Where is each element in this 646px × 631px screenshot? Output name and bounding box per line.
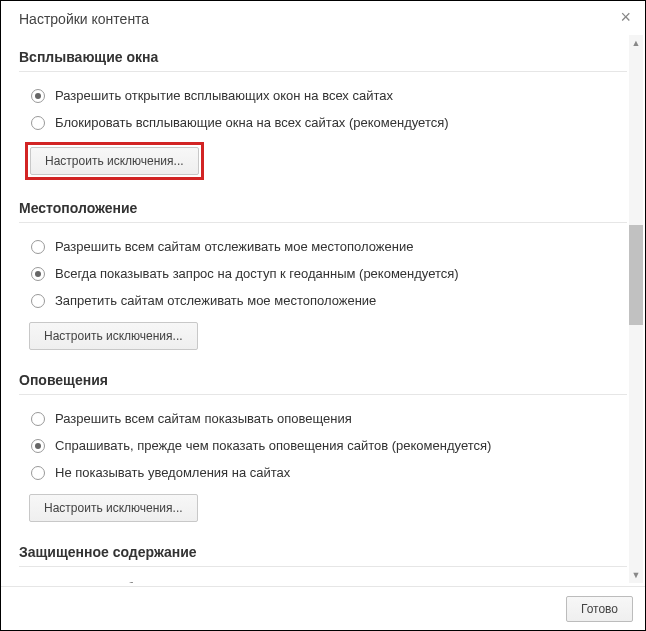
radio-icon [31, 439, 45, 453]
section-title-protected: Защищенное содержание [19, 544, 627, 567]
section-title-notifications: Оповещения [19, 372, 627, 395]
close-icon[interactable]: × [614, 5, 637, 30]
radio-label: Не показывать уведомления на сайтах [55, 465, 290, 480]
radio-notifications-ask[interactable]: Спрашивать, прежде чем показать оповещен… [19, 432, 627, 459]
exceptions-button-notifications[interactable]: Настроить исключения... [29, 494, 198, 522]
section-title-location: Местоположение [19, 200, 627, 223]
radio-popups-allow[interactable]: Разрешить открытие всплывающих окон на в… [19, 82, 627, 109]
section-location: Местоположение Разрешить всем сайтам отс… [19, 200, 627, 358]
settings-scroll-area: Всплывающие окна Разрешить открытие вспл… [1, 35, 645, 583]
radio-label: Запретить сайтам отслеживать мое местопо… [55, 293, 376, 308]
radio-label: Блокировать всплывающие окна на всех сай… [55, 115, 449, 130]
protected-description: Некоторые службы данных используют идент… [19, 577, 627, 583]
scrollbar-track[interactable]: ▲ ▼ [629, 35, 643, 583]
radio-label: Разрешить всем сайтам отслеживать мое ме… [55, 239, 413, 254]
radio-icon [31, 294, 45, 308]
radio-notifications-allow[interactable]: Разрешить всем сайтам показывать оповеще… [19, 405, 627, 432]
section-protected: Защищенное содержание Некоторые службы д… [19, 544, 627, 583]
radio-location-deny[interactable]: Запретить сайтам отслеживать мое местопо… [19, 287, 627, 314]
radio-icon [31, 466, 45, 480]
radio-popups-block[interactable]: Блокировать всплывающие окна на всех сай… [19, 109, 627, 136]
radio-label: Всегда показывать запрос на доступ к гео… [55, 266, 459, 281]
radio-label: Спрашивать, прежде чем показать оповещен… [55, 438, 491, 453]
exceptions-button-location[interactable]: Настроить исключения... [29, 322, 198, 350]
done-button[interactable]: Готово [566, 596, 633, 622]
radio-icon [31, 267, 45, 281]
dialog-footer: Готово [1, 586, 645, 630]
radio-icon [31, 412, 45, 426]
section-title-popups: Всплывающие окна [19, 49, 627, 72]
highlighted-exceptions-popups: Настроить исключения... [25, 142, 204, 180]
section-popups: Всплывающие окна Разрешить открытие вспл… [19, 49, 627, 186]
radio-location-allow[interactable]: Разрешить всем сайтам отслеживать мое ме… [19, 233, 627, 260]
section-notifications: Оповещения Разрешить всем сайтам показыв… [19, 372, 627, 530]
scrollbar-down-icon[interactable]: ▼ [629, 567, 643, 583]
radio-location-ask[interactable]: Всегда показывать запрос на доступ к гео… [19, 260, 627, 287]
radio-label: Разрешить открытие всплывающих окон на в… [55, 88, 393, 103]
radio-label: Разрешить всем сайтам показывать оповеще… [55, 411, 352, 426]
radio-icon [31, 116, 45, 130]
radio-notifications-deny[interactable]: Не показывать уведомления на сайтах [19, 459, 627, 486]
dialog-title: Настройки контента [1, 1, 645, 35]
exceptions-button-popups[interactable]: Настроить исключения... [30, 147, 199, 175]
radio-icon [31, 89, 45, 103]
scrollbar-up-icon[interactable]: ▲ [629, 35, 643, 51]
radio-icon [31, 240, 45, 254]
scrollbar-thumb[interactable] [629, 225, 643, 325]
